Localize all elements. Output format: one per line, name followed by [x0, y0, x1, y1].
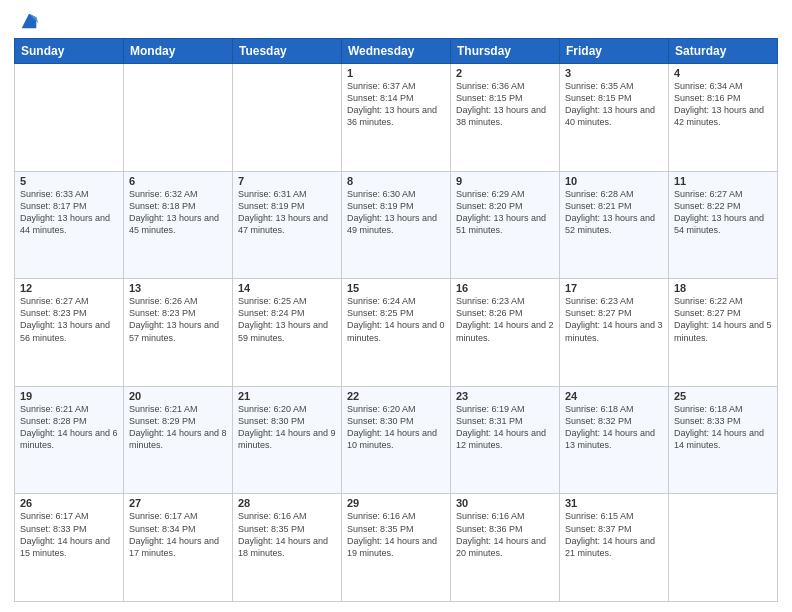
day-number: 29	[347, 497, 445, 509]
svg-marker-0	[22, 14, 37, 29]
day-number: 5	[20, 175, 118, 187]
calendar-cell: 30Sunrise: 6:16 AM Sunset: 8:36 PM Dayli…	[451, 494, 560, 602]
day-info: Sunrise: 6:37 AM Sunset: 8:14 PM Dayligh…	[347, 80, 445, 129]
day-number: 1	[347, 67, 445, 79]
day-number: 25	[674, 390, 772, 402]
day-number: 27	[129, 497, 227, 509]
day-info: Sunrise: 6:19 AM Sunset: 8:31 PM Dayligh…	[456, 403, 554, 452]
day-number: 11	[674, 175, 772, 187]
calendar-cell: 7Sunrise: 6:31 AM Sunset: 8:19 PM Daylig…	[233, 171, 342, 279]
day-info: Sunrise: 6:17 AM Sunset: 8:33 PM Dayligh…	[20, 510, 118, 559]
logo	[14, 10, 40, 32]
day-info: Sunrise: 6:24 AM Sunset: 8:25 PM Dayligh…	[347, 295, 445, 344]
calendar-cell: 18Sunrise: 6:22 AM Sunset: 8:27 PM Dayli…	[669, 279, 778, 387]
day-info: Sunrise: 6:23 AM Sunset: 8:26 PM Dayligh…	[456, 295, 554, 344]
day-number: 19	[20, 390, 118, 402]
calendar-cell: 21Sunrise: 6:20 AM Sunset: 8:30 PM Dayli…	[233, 386, 342, 494]
calendar-cell: 3Sunrise: 6:35 AM Sunset: 8:15 PM Daylig…	[560, 64, 669, 172]
calendar-cell: 2Sunrise: 6:36 AM Sunset: 8:15 PM Daylig…	[451, 64, 560, 172]
day-info: Sunrise: 6:34 AM Sunset: 8:16 PM Dayligh…	[674, 80, 772, 129]
calendar-cell	[233, 64, 342, 172]
calendar-week-1: 5Sunrise: 6:33 AM Sunset: 8:17 PM Daylig…	[15, 171, 778, 279]
calendar-week-3: 19Sunrise: 6:21 AM Sunset: 8:28 PM Dayli…	[15, 386, 778, 494]
day-info: Sunrise: 6:16 AM Sunset: 8:35 PM Dayligh…	[238, 510, 336, 559]
logo-icon	[18, 10, 40, 32]
calendar-cell: 26Sunrise: 6:17 AM Sunset: 8:33 PM Dayli…	[15, 494, 124, 602]
calendar-week-4: 26Sunrise: 6:17 AM Sunset: 8:33 PM Dayli…	[15, 494, 778, 602]
day-number: 15	[347, 282, 445, 294]
calendar-cell: 23Sunrise: 6:19 AM Sunset: 8:31 PM Dayli…	[451, 386, 560, 494]
day-number: 3	[565, 67, 663, 79]
day-info: Sunrise: 6:27 AM Sunset: 8:23 PM Dayligh…	[20, 295, 118, 344]
col-header-friday: Friday	[560, 39, 669, 64]
calendar-cell: 16Sunrise: 6:23 AM Sunset: 8:26 PM Dayli…	[451, 279, 560, 387]
day-info: Sunrise: 6:31 AM Sunset: 8:19 PM Dayligh…	[238, 188, 336, 237]
day-info: Sunrise: 6:27 AM Sunset: 8:22 PM Dayligh…	[674, 188, 772, 237]
day-info: Sunrise: 6:32 AM Sunset: 8:18 PM Dayligh…	[129, 188, 227, 237]
day-number: 8	[347, 175, 445, 187]
day-number: 26	[20, 497, 118, 509]
calendar-cell: 4Sunrise: 6:34 AM Sunset: 8:16 PM Daylig…	[669, 64, 778, 172]
day-info: Sunrise: 6:15 AM Sunset: 8:37 PM Dayligh…	[565, 510, 663, 559]
day-info: Sunrise: 6:17 AM Sunset: 8:34 PM Dayligh…	[129, 510, 227, 559]
calendar-cell: 22Sunrise: 6:20 AM Sunset: 8:30 PM Dayli…	[342, 386, 451, 494]
calendar-cell: 10Sunrise: 6:28 AM Sunset: 8:21 PM Dayli…	[560, 171, 669, 279]
day-info: Sunrise: 6:21 AM Sunset: 8:29 PM Dayligh…	[129, 403, 227, 452]
calendar-cell: 12Sunrise: 6:27 AM Sunset: 8:23 PM Dayli…	[15, 279, 124, 387]
day-number: 13	[129, 282, 227, 294]
col-header-sunday: Sunday	[15, 39, 124, 64]
col-header-wednesday: Wednesday	[342, 39, 451, 64]
day-info: Sunrise: 6:21 AM Sunset: 8:28 PM Dayligh…	[20, 403, 118, 452]
calendar-cell: 15Sunrise: 6:24 AM Sunset: 8:25 PM Dayli…	[342, 279, 451, 387]
day-info: Sunrise: 6:26 AM Sunset: 8:23 PM Dayligh…	[129, 295, 227, 344]
day-number: 22	[347, 390, 445, 402]
day-number: 21	[238, 390, 336, 402]
calendar-cell: 8Sunrise: 6:30 AM Sunset: 8:19 PM Daylig…	[342, 171, 451, 279]
calendar-cell: 6Sunrise: 6:32 AM Sunset: 8:18 PM Daylig…	[124, 171, 233, 279]
day-number: 18	[674, 282, 772, 294]
day-number: 28	[238, 497, 336, 509]
day-number: 12	[20, 282, 118, 294]
day-number: 7	[238, 175, 336, 187]
day-number: 17	[565, 282, 663, 294]
calendar-cell: 11Sunrise: 6:27 AM Sunset: 8:22 PM Dayli…	[669, 171, 778, 279]
calendar-cell: 9Sunrise: 6:29 AM Sunset: 8:20 PM Daylig…	[451, 171, 560, 279]
calendar-cell: 5Sunrise: 6:33 AM Sunset: 8:17 PM Daylig…	[15, 171, 124, 279]
page: SundayMondayTuesdayWednesdayThursdayFrid…	[0, 0, 792, 612]
day-info: Sunrise: 6:28 AM Sunset: 8:21 PM Dayligh…	[565, 188, 663, 237]
calendar-cell	[669, 494, 778, 602]
calendar-cell: 31Sunrise: 6:15 AM Sunset: 8:37 PM Dayli…	[560, 494, 669, 602]
day-number: 20	[129, 390, 227, 402]
day-number: 2	[456, 67, 554, 79]
calendar-cell: 28Sunrise: 6:16 AM Sunset: 8:35 PM Dayli…	[233, 494, 342, 602]
day-number: 16	[456, 282, 554, 294]
day-info: Sunrise: 6:16 AM Sunset: 8:36 PM Dayligh…	[456, 510, 554, 559]
day-info: Sunrise: 6:18 AM Sunset: 8:32 PM Dayligh…	[565, 403, 663, 452]
day-number: 30	[456, 497, 554, 509]
day-number: 10	[565, 175, 663, 187]
day-info: Sunrise: 6:35 AM Sunset: 8:15 PM Dayligh…	[565, 80, 663, 129]
day-info: Sunrise: 6:18 AM Sunset: 8:33 PM Dayligh…	[674, 403, 772, 452]
col-header-monday: Monday	[124, 39, 233, 64]
calendar-cell: 17Sunrise: 6:23 AM Sunset: 8:27 PM Dayli…	[560, 279, 669, 387]
col-header-saturday: Saturday	[669, 39, 778, 64]
calendar-week-0: 1Sunrise: 6:37 AM Sunset: 8:14 PM Daylig…	[15, 64, 778, 172]
day-info: Sunrise: 6:20 AM Sunset: 8:30 PM Dayligh…	[347, 403, 445, 452]
day-number: 6	[129, 175, 227, 187]
calendar-table: SundayMondayTuesdayWednesdayThursdayFrid…	[14, 38, 778, 602]
calendar-cell: 29Sunrise: 6:16 AM Sunset: 8:35 PM Dayli…	[342, 494, 451, 602]
day-number: 31	[565, 497, 663, 509]
calendar-week-2: 12Sunrise: 6:27 AM Sunset: 8:23 PM Dayli…	[15, 279, 778, 387]
day-info: Sunrise: 6:23 AM Sunset: 8:27 PM Dayligh…	[565, 295, 663, 344]
day-number: 14	[238, 282, 336, 294]
day-info: Sunrise: 6:22 AM Sunset: 8:27 PM Dayligh…	[674, 295, 772, 344]
day-info: Sunrise: 6:33 AM Sunset: 8:17 PM Dayligh…	[20, 188, 118, 237]
calendar-cell	[15, 64, 124, 172]
day-info: Sunrise: 6:20 AM Sunset: 8:30 PM Dayligh…	[238, 403, 336, 452]
calendar-cell: 14Sunrise: 6:25 AM Sunset: 8:24 PM Dayli…	[233, 279, 342, 387]
calendar-cell: 24Sunrise: 6:18 AM Sunset: 8:32 PM Dayli…	[560, 386, 669, 494]
calendar-cell: 20Sunrise: 6:21 AM Sunset: 8:29 PM Dayli…	[124, 386, 233, 494]
col-header-tuesday: Tuesday	[233, 39, 342, 64]
day-info: Sunrise: 6:16 AM Sunset: 8:35 PM Dayligh…	[347, 510, 445, 559]
day-info: Sunrise: 6:30 AM Sunset: 8:19 PM Dayligh…	[347, 188, 445, 237]
